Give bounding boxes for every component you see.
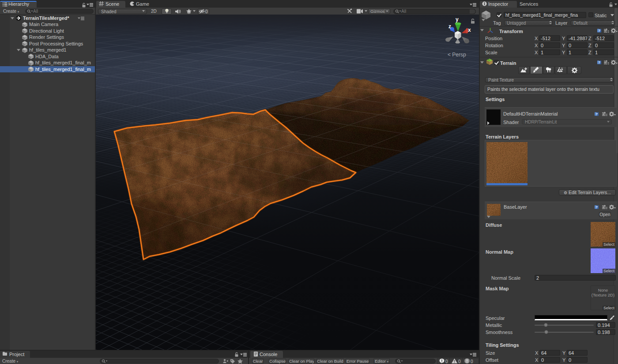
svg-text:?: ? (599, 29, 600, 32)
svg-text:x: x (468, 27, 471, 33)
svg-text:< Persp: < Persp (448, 52, 466, 58)
svg-text:z: z (448, 23, 451, 30)
svg-text:y: y (456, 16, 459, 23)
svg-text:?: ? (596, 113, 598, 116)
svg-text:?: ? (599, 61, 600, 64)
svg-text:?: ? (596, 206, 598, 209)
